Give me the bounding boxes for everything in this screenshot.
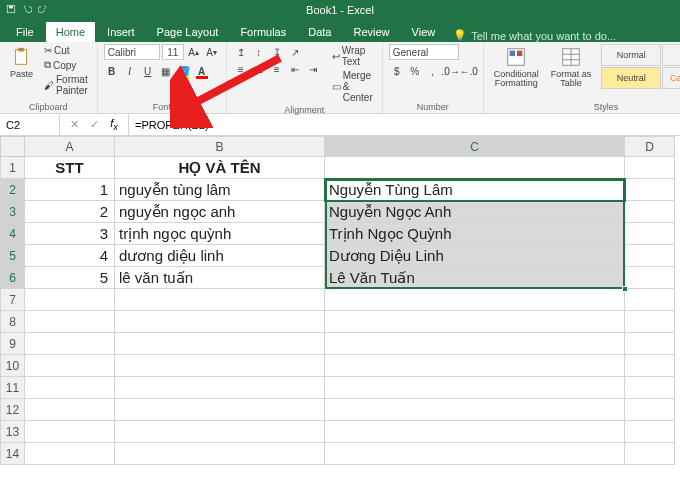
col-header-A[interactable]: A (25, 137, 115, 157)
save-icon[interactable] (6, 4, 16, 16)
cell-A13[interactable] (25, 421, 115, 443)
orientation-icon[interactable]: ↗ (287, 44, 303, 60)
redo-icon[interactable] (38, 4, 48, 16)
merge-center-button[interactable]: ▭Merge & Center (329, 69, 376, 104)
indent-inc-icon[interactable]: ⇥ (305, 61, 321, 77)
row-header-9[interactable]: 9 (1, 333, 25, 355)
cell-D1[interactable] (625, 157, 675, 179)
indent-dec-icon[interactable]: ⇤ (287, 61, 303, 77)
tab-pagelayout[interactable]: Page Layout (147, 22, 229, 42)
name-box[interactable]: C2 (0, 114, 60, 135)
tab-formulas[interactable]: Formulas (230, 22, 296, 42)
style-calculation[interactable]: Calculation (662, 67, 680, 89)
cell-C10[interactable] (325, 355, 625, 377)
cell-B12[interactable] (115, 399, 325, 421)
style-normal[interactable]: Normal (601, 44, 661, 66)
align-top-icon[interactable]: ↥ (233, 44, 249, 60)
cell-B9[interactable] (115, 333, 325, 355)
cell-D2[interactable] (625, 179, 675, 201)
row-header-13[interactable]: 13 (1, 421, 25, 443)
cell-A11[interactable] (25, 377, 115, 399)
cell-A12[interactable] (25, 399, 115, 421)
row-header-6[interactable]: 6 (1, 267, 25, 289)
font-name-combo[interactable]: Calibri (104, 44, 160, 60)
row-header-10[interactable]: 10 (1, 355, 25, 377)
comma-icon[interactable]: , (425, 63, 441, 79)
tab-insert[interactable]: Insert (97, 22, 145, 42)
cell-B11[interactable] (115, 377, 325, 399)
cell-A14[interactable] (25, 443, 115, 465)
align-bottom-icon[interactable]: ↧ (269, 44, 285, 60)
border-button[interactable]: ▦ (158, 63, 174, 79)
cell-C6[interactable]: Lê Văn Tuấn (325, 267, 625, 289)
cell-B5[interactable]: dương diệu linh (115, 245, 325, 267)
cell-B7[interactable] (115, 289, 325, 311)
cell-C5[interactable]: Dương Diệu Linh (325, 245, 625, 267)
cell-B13[interactable] (115, 421, 325, 443)
cell-D9[interactable] (625, 333, 675, 355)
row-header-11[interactable]: 11 (1, 377, 25, 399)
cut-button[interactable]: ✂Cut (41, 44, 91, 57)
align-left-icon[interactable]: ≡ (233, 61, 249, 77)
cell-A2[interactable]: 1 (25, 179, 115, 201)
cell-A3[interactable]: 2 (25, 201, 115, 223)
cell-D3[interactable] (625, 201, 675, 223)
cell-A9[interactable] (25, 333, 115, 355)
copy-button[interactable]: ⧉Copy (41, 58, 91, 72)
cell-D5[interactable] (625, 245, 675, 267)
currency-icon[interactable]: $ (389, 63, 405, 79)
cell-D7[interactable] (625, 289, 675, 311)
cell-D12[interactable] (625, 399, 675, 421)
row-header-14[interactable]: 14 (1, 443, 25, 465)
cell-B3[interactable]: nguyễn ngọc anh (115, 201, 325, 223)
cell-A5[interactable]: 4 (25, 245, 115, 267)
bold-button[interactable]: B (104, 63, 120, 79)
enter-formula-icon[interactable]: ✓ (86, 117, 102, 133)
cell-D6[interactable] (625, 267, 675, 289)
cell-C3[interactable]: Nguyễn Ngọc Anh (325, 201, 625, 223)
conditional-formatting-button[interactable]: Conditional Formatting (490, 44, 543, 91)
row-header-2[interactable]: 2 (1, 179, 25, 201)
increase-font-icon[interactable]: A▴ (186, 44, 202, 60)
wrap-text-button[interactable]: ↩Wrap Text (329, 44, 376, 68)
cell-D13[interactable] (625, 421, 675, 443)
cell-D8[interactable] (625, 311, 675, 333)
fx-icon[interactable]: fx (106, 117, 122, 133)
format-as-table-button[interactable]: Format as Table (547, 44, 596, 91)
inc-decimal-icon[interactable]: .0→ (443, 63, 459, 79)
fill-color-button[interactable]: 🪣 (176, 63, 192, 79)
font-color-button[interactable]: A (194, 63, 210, 79)
cell-D10[interactable] (625, 355, 675, 377)
align-middle-icon[interactable]: ↕ (251, 44, 267, 60)
cell-D11[interactable] (625, 377, 675, 399)
cell-A8[interactable] (25, 311, 115, 333)
tab-review[interactable]: Review (343, 22, 399, 42)
font-size-combo[interactable]: 11 (162, 44, 184, 60)
percent-icon[interactable]: % (407, 63, 423, 79)
cell-A7[interactable] (25, 289, 115, 311)
tab-file[interactable]: File (6, 22, 44, 42)
formula-input[interactable]: =PROPER(B2) (129, 119, 680, 131)
cell-D14[interactable] (625, 443, 675, 465)
paste-button[interactable]: Paste (6, 44, 37, 81)
tab-data[interactable]: Data (298, 22, 341, 42)
format-painter-button[interactable]: 🖌Format Painter (41, 73, 91, 97)
cell-C13[interactable] (325, 421, 625, 443)
tab-view[interactable]: View (402, 22, 446, 42)
cell-A4[interactable]: 3 (25, 223, 115, 245)
row-header-5[interactable]: 5 (1, 245, 25, 267)
style-bad[interactable]: Bad (662, 44, 680, 66)
cell-B8[interactable] (115, 311, 325, 333)
row-header-3[interactable]: 3 (1, 201, 25, 223)
cell-B1[interactable]: HỌ VÀ TÊN (115, 157, 325, 179)
row-header-8[interactable]: 8 (1, 311, 25, 333)
cell-A10[interactable] (25, 355, 115, 377)
worksheet-grid[interactable]: ABCD1STTHỌ VÀ TÊN21nguyễn tùng lâmNguyễn… (0, 136, 680, 465)
cell-C1[interactable] (325, 157, 625, 179)
col-header-C[interactable]: C (325, 137, 625, 157)
cell-B10[interactable] (115, 355, 325, 377)
fill-handle[interactable] (622, 286, 628, 292)
cancel-formula-icon[interactable]: ✕ (66, 117, 82, 133)
cell-B2[interactable]: nguyễn tùng lâm (115, 179, 325, 201)
style-neutral[interactable]: Neutral (601, 67, 661, 89)
